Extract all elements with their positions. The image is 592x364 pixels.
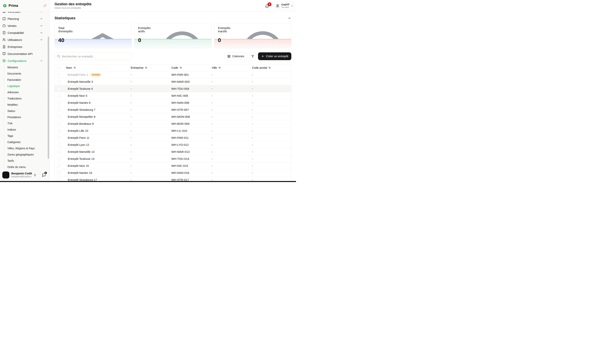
sidebar-item[interactable]: Comptabilité <box>0 29 50 36</box>
warehouse-name: Entrepôt Nice 15 <box>68 164 89 167</box>
row-checkbox[interactable] <box>58 171 60 174</box>
sidebar-subitem[interactable]: Tarifs <box>4 158 50 164</box>
filter-button[interactable] <box>249 52 256 60</box>
sidebar-item[interactable]: Ventes <box>0 22 50 29</box>
sidebar-item[interactable]: Entreprises <box>0 43 50 50</box>
sidebar-subitem-label: Logistique <box>7 84 20 88</box>
row-checkbox[interactable] <box>58 108 60 111</box>
sidebar-item-label: Configurations <box>8 59 26 63</box>
sidebar-subitem-label: Indices <box>7 128 16 131</box>
column-header[interactable]: Ville <box>212 66 252 69</box>
row-checkbox[interactable] <box>58 143 60 146</box>
unfold-icon <box>33 174 36 176</box>
row-checkbox[interactable] <box>58 94 60 97</box>
sidebar-subitem[interactable]: Documents <box>4 71 50 77</box>
warehouse-ville: - <box>212 73 252 76</box>
table-row[interactable]: Entrepôt Paris 11 - WH-PAR-011 - - <box>55 134 291 141</box>
sidebar-subitem[interactable]: Indices <box>4 127 50 133</box>
create-warehouse-button[interactable]: Créer un entrepôt <box>258 52 291 60</box>
search-icon <box>57 55 60 58</box>
warehouse-ville: - <box>212 80 252 83</box>
column-header[interactable]: Code postal <box>252 66 291 69</box>
org-selector[interactable]: Cod'IT Société <box>273 2 295 10</box>
columns-button[interactable]: Colonnes <box>224 52 247 60</box>
column-header[interactable]: Entreprise <box>131 66 171 69</box>
warehouse-code: WH-PAR-011 <box>171 136 212 139</box>
table-row[interactable]: Entrepôt Marseille 3 - WH-MAR-003 - - <box>55 78 291 85</box>
sidebar-subitem[interactable]: Logistique <box>4 83 50 89</box>
screen-bottom-bar <box>0 181 296 182</box>
column-header[interactable]: Code <box>171 66 212 69</box>
sidebar-subitem[interactable]: Ordre du menu <box>4 164 50 169</box>
row-checkbox[interactable] <box>58 73 60 76</box>
table-row[interactable]: Entrepôt Lille 10 - WH-LIL-010 - - <box>55 127 291 134</box>
sidebar-subitem[interactable]: Facturation <box>4 77 50 83</box>
row-checkbox[interactable] <box>58 136 60 139</box>
table-row[interactable]: Entrepôt Montpellier 8 - WH-MON-008 - - <box>55 113 291 120</box>
sidebar-subitem-label: Catégories <box>7 141 21 144</box>
warehouse-entreprise: - <box>131 171 171 174</box>
chevron-down-icon <box>40 25 43 27</box>
table-row[interactable]: Entrepôt Nice 5 - WH-NIC-005 - - <box>55 92 291 99</box>
sidebar-subitem[interactable]: TVA <box>4 120 50 127</box>
sidebar-item[interactable]: Utilisateurs <box>0 36 50 43</box>
sidebar-subitem[interactable]: Tags <box>4 133 50 139</box>
notifications-button[interactable]: 5 <box>265 3 270 8</box>
table-row[interactable]: Entrepôt Paris 1 Archivé - WH-PAR-001 - … <box>55 71 291 78</box>
sidebar-scrollbar[interactable] <box>48 37 49 159</box>
sidebar-item[interactable]: Documentation API <box>0 50 50 57</box>
row-checkbox[interactable] <box>58 87 60 90</box>
warehouse-name: Entrepôt Marseille 13 <box>68 150 94 153</box>
row-checkbox[interactable] <box>58 150 60 153</box>
archived-badge: Archivé <box>90 73 102 77</box>
sidebar-subitem[interactable]: Prestations <box>4 114 50 120</box>
table-row[interactable]: Entrepôt Toulouse 14 - WH-TOU-014 - - <box>55 155 291 162</box>
row-checkbox[interactable] <box>58 115 60 118</box>
user-menu[interactable]: Benjamin Codit benjamin@codit.io 1 <box>0 169 50 181</box>
table-row[interactable]: Entrepôt Bordeaux 9 - WH-BOR-009 - - <box>55 120 291 127</box>
chat-button[interactable]: 1 <box>42 173 46 177</box>
stat-card: Total d'entrepôts 40 <box>54 23 132 48</box>
table-row[interactable]: Entrepôt Marseille 13 - WH-MAR-013 - - <box>55 148 291 155</box>
sparkle-icon[interactable] <box>43 4 47 8</box>
search-input[interactable] <box>62 55 129 58</box>
row-checkbox[interactable] <box>58 164 60 167</box>
org-building-icon <box>275 3 280 8</box>
table-row[interactable]: Entrepôt Nantes 6 - WH-NAN-006 - - <box>55 99 291 106</box>
sidebar-item[interactable]: Véhicules <box>0 12 50 15</box>
row-checkbox[interactable] <box>58 129 60 132</box>
warehouse-name: Entrepôt Montpellier 8 <box>68 115 95 118</box>
row-checkbox[interactable] <box>58 157 60 160</box>
warehouse-entreprise: - <box>131 115 171 118</box>
table-row[interactable]: Entrepôt Nice 15 - WH-NIC-015 - - <box>55 162 291 169</box>
stats-collapse-button[interactable] <box>288 16 291 20</box>
warehouse-name: Entrepôt Bordeaux 9 <box>68 122 94 125</box>
chevron-down-icon <box>40 32 43 34</box>
sidebar-subitem[interactable]: Catégories <box>4 139 50 145</box>
row-checkbox[interactable] <box>58 101 60 104</box>
table-row[interactable]: Entrepôt Strasbourg 7 - WH-STR-007 - - <box>55 106 291 113</box>
org-name: Cod'IT <box>281 3 289 6</box>
warehouse-name: Entrepôt Lille 10 <box>68 129 88 132</box>
select-all-checkbox[interactable] <box>58 66 60 69</box>
table-row[interactable]: Entrepôt Nantes 16 - WH-NAN-016 - - <box>55 169 291 176</box>
sidebar-item[interactable]: Planning <box>0 15 50 22</box>
sidebar-subitem[interactable]: Adresses <box>4 89 50 95</box>
warehouse-ville: - <box>212 94 252 97</box>
sidebar: Prima Véhicules Planning <box>0 0 50 182</box>
avatar <box>2 171 9 178</box>
sidebar-subitem[interactable]: Modèles <box>4 102 50 108</box>
sidebar-subitem[interactable]: Traductions <box>4 95 50 102</box>
sidebar-item[interactable]: Configurations <box>0 57 50 64</box>
sidebar-subitem[interactable]: Zones géographiques <box>4 151 50 158</box>
table-row[interactable]: Entrepôt Toulouse 4 - WH-TOU-004 - - <box>55 85 291 92</box>
warehouses-table: Nom Entreprise Code Ville Code postal <box>54 64 291 182</box>
stat-card-value: 0 <box>218 37 221 43</box>
sidebar-subitem[interactable]: Missions <box>4 64 50 71</box>
table-row[interactable]: Entrepôt Lyon 12 - WH-LYO-012 - - <box>55 141 291 148</box>
row-checkbox[interactable] <box>58 80 60 83</box>
sidebar-subitem[interactable]: Status <box>4 108 50 114</box>
column-header[interactable]: Nom <box>66 66 131 69</box>
sidebar-subitem[interactable]: Villes, Régions & Pays <box>4 145 50 151</box>
row-checkbox[interactable] <box>58 122 60 125</box>
